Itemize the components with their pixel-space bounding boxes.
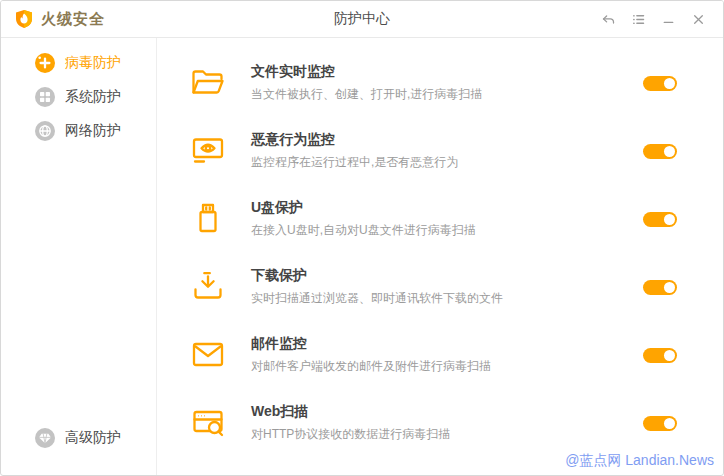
protection-title: 邮件监控 — [251, 335, 643, 353]
protection-description: 对HTTP协议接收的数据进行病毒扫描 — [251, 426, 643, 443]
web-scan-icon — [189, 404, 227, 442]
protection-row-download: 下载保护 实时扫描通过浏览器、即时通讯软件下载的文件 — [189, 253, 677, 321]
protection-description: 监控程序在运行过程中,是否有恶意行为 — [251, 154, 643, 171]
toggle-switch-web-scan[interactable] — [643, 416, 677, 431]
protection-row-web-scan: Web扫描 对HTTP协议接收的数据进行病毒扫描 — [189, 389, 677, 457]
toggle-knob — [664, 78, 675, 89]
back-button[interactable] — [593, 6, 623, 32]
toggle-knob — [664, 214, 675, 225]
sidebar-item-label: 高级防护 — [65, 429, 121, 447]
close-button[interactable] — [683, 6, 713, 32]
download-icon — [189, 268, 227, 306]
minimize-icon — [660, 11, 677, 28]
protection-text: 下载保护 实时扫描通过浏览器、即时通讯软件下载的文件 — [251, 267, 643, 307]
sidebar-item-system-protection[interactable]: 系统防护 — [1, 80, 156, 114]
toggle-knob — [664, 350, 675, 361]
sidebar-item-label: 网络防护 — [65, 122, 121, 140]
undo-arrow-icon — [600, 11, 617, 28]
huorong-security-window: 火绒安全 防护中心 — [0, 0, 724, 476]
mail-icon — [189, 336, 227, 374]
protection-text: 邮件监控 对邮件客户端收发的邮件及附件进行病毒扫描 — [251, 335, 643, 375]
protection-description: 对邮件客户端收发的邮件及附件进行病毒扫描 — [251, 358, 643, 375]
protection-description: 实时扫描通过浏览器、即时通讯软件下载的文件 — [251, 290, 643, 307]
sidebar-item-advanced-protection[interactable]: 高级防护 — [1, 421, 156, 455]
usb-drive-icon — [189, 200, 227, 238]
advanced-protection-icon — [35, 428, 55, 448]
folder-icon — [189, 64, 227, 102]
sidebar-item-label: 病毒防护 — [65, 54, 121, 72]
brand: 火绒安全 — [1, 9, 105, 29]
behavior-monitor-icon — [189, 132, 227, 170]
sidebar-item-label: 系统防护 — [65, 88, 121, 106]
protection-title: Web扫描 — [251, 403, 643, 421]
protection-text: 文件实时监控 当文件被执行、创建、打开时,进行病毒扫描 — [251, 63, 643, 103]
close-icon — [690, 11, 707, 28]
system-protection-icon — [35, 87, 55, 107]
sidebar: 病毒防护 系统防护 — [1, 38, 157, 475]
protection-description: 在接入U盘时,自动对U盘文件进行病毒扫描 — [251, 222, 643, 239]
protection-title: 文件实时监控 — [251, 63, 643, 81]
protection-title: 下载保护 — [251, 267, 643, 285]
toggle-switch-usb[interactable] — [643, 212, 677, 227]
app-logo-icon — [14, 9, 34, 29]
protection-text: Web扫描 对HTTP协议接收的数据进行病毒扫描 — [251, 403, 643, 443]
protection-row-file-monitor: 文件实时监控 当文件被执行、创建、打开时,进行病毒扫描 — [189, 49, 677, 117]
protection-row-mail: 邮件监控 对邮件客户端收发的邮件及附件进行病毒扫描 — [189, 321, 677, 389]
virus-protection-icon — [35, 53, 55, 73]
watermark: @蓝点网 Landian.News — [565, 452, 714, 470]
sidebar-item-network-protection[interactable]: 网络防护 — [1, 114, 156, 148]
protection-row-behavior-monitor: 恶意行为监控 监控程序在运行过程中,是否有恶意行为 — [189, 117, 677, 185]
protection-title: U盘保护 — [251, 199, 643, 217]
toggle-switch-file-monitor[interactable] — [643, 76, 677, 91]
protection-title: 恶意行为监控 — [251, 131, 643, 149]
titlebar: 火绒安全 防护中心 — [1, 1, 723, 38]
menu-button[interactable] — [623, 6, 653, 32]
window-body: 病毒防护 系统防护 — [1, 38, 723, 475]
network-protection-icon — [35, 121, 55, 141]
toggle-switch-mail[interactable] — [643, 348, 677, 363]
toggle-switch-download[interactable] — [643, 280, 677, 295]
protection-description: 当文件被执行、创建、打开时,进行病毒扫描 — [251, 86, 643, 103]
toggle-knob — [664, 282, 675, 293]
minimize-button[interactable] — [653, 6, 683, 32]
protection-text: U盘保护 在接入U盘时,自动对U盘文件进行病毒扫描 — [251, 199, 643, 239]
toggle-knob — [664, 418, 675, 429]
protection-list: 文件实时监控 当文件被执行、创建、打开时,进行病毒扫描 恶意行为监控 监 — [157, 38, 723, 475]
protection-row-usb: U盘保护 在接入U盘时,自动对U盘文件进行病毒扫描 — [189, 185, 677, 253]
toggle-switch-behavior-monitor[interactable] — [643, 144, 677, 159]
titlebar-controls — [593, 6, 723, 32]
list-menu-icon — [630, 11, 647, 28]
sidebar-item-virus-protection[interactable]: 病毒防护 — [1, 46, 156, 80]
app-name: 火绒安全 — [41, 10, 105, 29]
protection-text: 恶意行为监控 监控程序在运行过程中,是否有恶意行为 — [251, 131, 643, 171]
toggle-knob — [664, 146, 675, 157]
